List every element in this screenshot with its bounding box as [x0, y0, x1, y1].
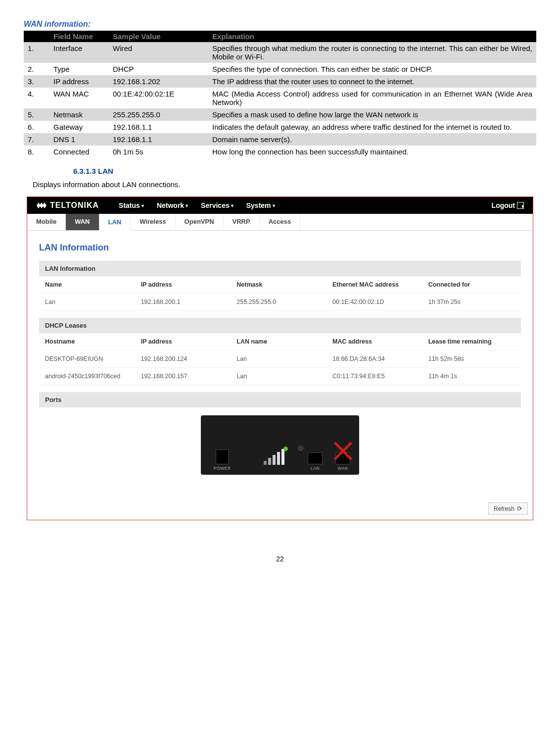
cell-field: Connected [49, 146, 109, 158]
nav-status[interactable]: Status▾ [119, 201, 144, 209]
cell-sample: 0h 1m 5s [109, 146, 208, 158]
cell-num: 6. [24, 121, 49, 133]
cell-sample: 255.255.255.0 [109, 108, 208, 121]
tab-lan[interactable]: LAN [99, 214, 131, 231]
top-navbar: TELTONIKA Status▾ Network▾ Services▾ Sys… [27, 197, 533, 214]
logo-block[interactable]: TELTONIKA [36, 201, 99, 210]
router-device-graphic: POWER LAN WAN [201, 415, 359, 475]
cell-sample: 00:1E:42:00:02:1E [109, 88, 208, 108]
nav-services[interactable]: Services▾ [201, 201, 233, 209]
nav-group: Status▾ Network▾ Services▾ System▾ [119, 201, 492, 209]
cell-field: IP address [49, 75, 109, 88]
cell-num: 5. [24, 108, 49, 121]
nav-system[interactable]: System▾ [246, 201, 275, 209]
cell-expl: Domain name server(s). [208, 133, 536, 146]
cell: DESKTOP-69EIUGN [45, 355, 141, 362]
lan-port-block: LAN [308, 452, 323, 471]
tab-vrrp[interactable]: VRRP [224, 214, 260, 230]
col-ip: IP address [141, 281, 237, 288]
logo-text: TELTONIKA [50, 201, 99, 210]
cell-expl: Specifies a mask used to define how larg… [208, 108, 536, 121]
power-port-block: POWER [214, 449, 231, 471]
wan-info-title: WAN information: [24, 20, 536, 29]
lan-port-icon [308, 452, 323, 464]
col-connected: Connected for [428, 281, 515, 288]
cell: Lan [236, 355, 332, 362]
lan-body-text: Displays information about LAN connectio… [33, 180, 536, 189]
cell: 11h 52m 58s [428, 355, 515, 362]
col-mac: Ethernet MAC address [332, 281, 428, 288]
tab-wireless[interactable]: Wireless [131, 214, 175, 230]
wan-th-expl: Explanation [208, 31, 536, 42]
dhcp-column-headers: Hostname IP address LAN name MAC address… [39, 333, 521, 350]
wan-info-table: Field Name Sample Value Explanation 1. I… [24, 31, 536, 158]
wan-th-field: Field Name [49, 31, 109, 42]
logout-link[interactable]: Logout [492, 201, 524, 209]
table-row: 6. Gateway 192.168.1.1 Indicates the def… [24, 121, 536, 133]
col-name: Name [45, 281, 141, 288]
cell: Lan [45, 298, 141, 305]
tab-openvpn[interactable]: OpenVPN [176, 214, 224, 230]
table-row: 4. WAN MAC 00:1E:42:00:02:1E MAC (Media … [24, 88, 536, 108]
dhcp-row: android-2450c1993f706ced 192.168.200.157… [39, 368, 521, 385]
cell-expl: Indicates the default gateway, an addres… [208, 121, 536, 133]
ports-section-header: Ports [39, 392, 521, 407]
cell-field: DNS 1 [49, 133, 109, 146]
disconnected-x-icon [331, 439, 355, 463]
cell-sample: Wired [109, 42, 208, 63]
cell-num: 4. [24, 88, 49, 108]
cell: 00:1E:42:00:02:1D [332, 298, 428, 305]
wan-th-blank [24, 31, 49, 42]
cell-expl: The IP address that the router uses to c… [208, 75, 536, 88]
cell: 11h 4m 1s [428, 373, 515, 380]
cell: 192.168.200.124 [141, 355, 237, 362]
chevron-down-icon: ▾ [141, 203, 144, 208]
power-label: POWER [214, 466, 231, 471]
cell-num: 3. [24, 75, 49, 88]
page-title: LAN Information [39, 243, 521, 253]
lan-info-row: Lan 192.168.200.1 255.255.255.0 00:1E:42… [39, 294, 521, 311]
wan-port-block: WAN [335, 452, 350, 471]
dhcp-row: DESKTOP-69EIUGN 192.168.200.124 Lan 18:6… [39, 350, 521, 368]
cell: android-2450c1993f706ced [45, 373, 141, 380]
table-row: 1. Interface Wired Specifies through wha… [24, 42, 536, 63]
tab-access[interactable]: Access [260, 214, 301, 230]
lan-info-column-headers: Name IP address Netmask Ethernet MAC add… [39, 276, 521, 294]
cell-expl: MAC (Media Access Control) address used … [208, 88, 536, 108]
cell-sample: DHCP [109, 63, 208, 75]
cell-sample: 192.168.1.1 [109, 121, 208, 133]
bottom-bar: Refresh ⟳ [27, 499, 533, 520]
col-lease: Lease time remaining [428, 338, 515, 345]
tabs-row: Mobile WAN LAN Wireless OpenVPN VRRP Acc… [27, 214, 533, 231]
ports-diagram: POWER LAN WAN [39, 407, 521, 490]
cell-field: Gateway [49, 121, 109, 133]
cell-num: 7. [24, 133, 49, 146]
cell: C0:11:73:94:E8:E5 [332, 373, 428, 380]
tab-mobile[interactable]: Mobile [27, 214, 66, 230]
cell-field: Interface [49, 42, 109, 63]
table-row: 5. Netmask 255.255.255.0 Specifies a mas… [24, 108, 536, 121]
cell: Lan [236, 373, 332, 380]
wan-port-icon [335, 452, 350, 464]
cell: 192.168.200.1 [141, 298, 237, 305]
content-area: LAN Information LAN Information Name IP … [27, 231, 533, 499]
cell-field: WAN MAC [49, 88, 109, 108]
wan-port-label: WAN [337, 466, 348, 471]
cell-num: 2. [24, 63, 49, 75]
refresh-button[interactable]: Refresh ⟳ [488, 502, 528, 515]
cell-expl: Specifies the type of connection. This c… [208, 63, 536, 75]
refresh-label: Refresh [494, 505, 514, 512]
wan-th-sample: Sample Value [109, 31, 208, 42]
cell: 192.168.200.157 [141, 373, 237, 380]
tab-wan[interactable]: WAN [66, 214, 99, 230]
lan-subheading: 6.3.1.3 LAN [73, 167, 536, 175]
nav-network[interactable]: Network▾ [157, 201, 188, 209]
table-row: 8. Connected 0h 1m 5s How long the conne… [24, 146, 536, 158]
cell: 255.255.255.0 [236, 298, 332, 305]
chevron-down-icon: ▾ [273, 203, 275, 208]
cell-num: 1. [24, 42, 49, 63]
lan-info-section-header: LAN Information [39, 261, 521, 276]
col-ip: IP address [141, 338, 237, 345]
col-netmask: Netmask [236, 281, 332, 288]
status-led-green [283, 447, 288, 451]
